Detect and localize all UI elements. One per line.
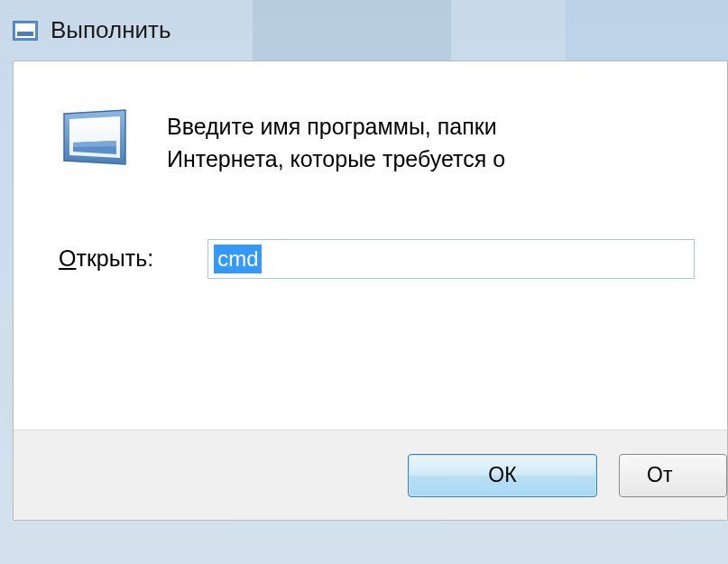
svg-rect-2 [17,32,33,36]
run-icon-small [13,21,38,41]
run-icon-large [59,106,131,170]
open-label: Открыть: [59,245,153,272]
description-line2: Интернета, которые требуется о [167,143,505,175]
titlebar[interactable]: Выполнить [13,9,728,60]
button-area: ОК От [14,430,727,520]
description-line1: Введите имя программы, папки [167,110,505,143]
window-title: Выполнить [51,16,171,44]
ok-button[interactable]: ОК [408,454,597,497]
dialog-body: Введите имя программы, папки Интернета, … [13,60,728,521]
input-selected-text: cmd [214,245,262,273]
run-dialog: Выполнить [0,0,728,521]
cancel-button[interactable]: От [619,454,727,497]
description-text: Введите имя программы, папки Интернета, … [167,106,505,176]
open-input[interactable]: cmd [207,239,695,279]
